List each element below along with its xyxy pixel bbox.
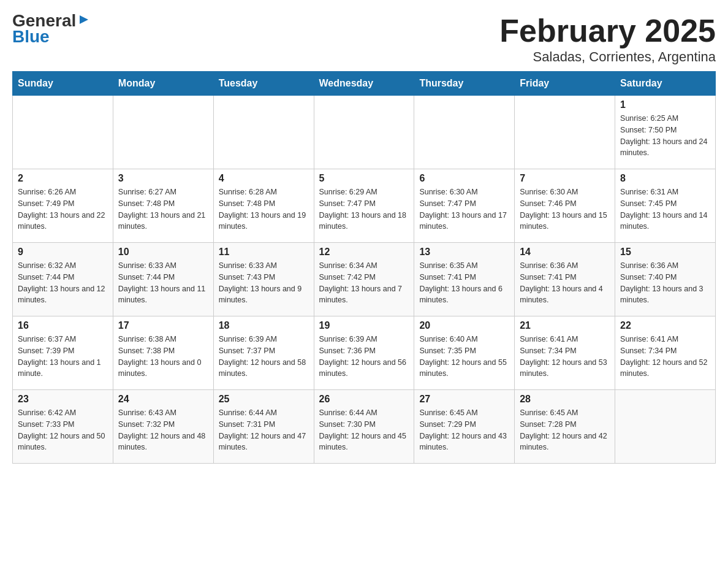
day-number: 10 xyxy=(118,247,208,258)
day-info: Sunrise: 6:42 AMSunset: 7:33 PMDaylight:… xyxy=(18,407,108,453)
logo-arrow-icon xyxy=(77,13,91,26)
day-number: 25 xyxy=(219,394,309,405)
calendar-cell: 9Sunrise: 6:32 AMSunset: 7:44 PMDaylight… xyxy=(13,243,113,316)
day-number: 11 xyxy=(219,247,309,258)
day-info: Sunrise: 6:44 AMSunset: 7:30 PMDaylight:… xyxy=(319,407,409,453)
calendar-cell: 13Sunrise: 6:35 AMSunset: 7:41 PMDayligh… xyxy=(414,243,515,316)
calendar-week-4: 16Sunrise: 6:37 AMSunset: 7:39 PMDayligh… xyxy=(13,316,716,390)
calendar-cell: 10Sunrise: 6:33 AMSunset: 7:44 PMDayligh… xyxy=(113,243,213,316)
day-info: Sunrise: 6:30 AMSunset: 7:47 PMDaylight:… xyxy=(419,186,509,232)
calendar-cell: 18Sunrise: 6:39 AMSunset: 7:37 PMDayligh… xyxy=(213,316,314,390)
days-header-row: Sunday Monday Tuesday Wednesday Thursday… xyxy=(13,72,716,96)
calendar-cell: 2Sunrise: 6:26 AMSunset: 7:49 PMDaylight… xyxy=(13,169,113,243)
day-info: Sunrise: 6:32 AMSunset: 7:44 PMDaylight:… xyxy=(18,260,108,306)
calendar-cell: 12Sunrise: 6:34 AMSunset: 7:42 PMDayligh… xyxy=(314,243,414,316)
day-number: 16 xyxy=(18,320,108,331)
svg-marker-0 xyxy=(80,15,88,24)
calendar-cell: 28Sunrise: 6:45 AMSunset: 7:28 PMDayligh… xyxy=(515,390,615,464)
day-number: 6 xyxy=(419,173,509,184)
day-number: 8 xyxy=(620,173,710,184)
day-number: 23 xyxy=(18,394,108,405)
header-sunday: Sunday xyxy=(13,72,113,96)
calendar-week-3: 9Sunrise: 6:32 AMSunset: 7:44 PMDaylight… xyxy=(13,243,716,316)
calendar-cell: 7Sunrise: 6:30 AMSunset: 7:46 PMDaylight… xyxy=(515,169,615,243)
day-number: 19 xyxy=(319,320,409,331)
calendar-cell xyxy=(213,96,314,169)
day-info: Sunrise: 6:43 AMSunset: 7:32 PMDaylight:… xyxy=(118,407,208,453)
header-saturday: Saturday xyxy=(615,72,716,96)
day-number: 1 xyxy=(620,99,710,110)
day-info: Sunrise: 6:41 AMSunset: 7:34 PMDaylight:… xyxy=(620,334,710,380)
day-number: 12 xyxy=(319,247,409,258)
calendar-cell: 26Sunrise: 6:44 AMSunset: 7:30 PMDayligh… xyxy=(314,390,414,464)
day-info: Sunrise: 6:45 AMSunset: 7:28 PMDaylight:… xyxy=(520,407,610,453)
calendar-subtitle: Saladas, Corrientes, Argentina xyxy=(499,49,716,65)
day-number: 22 xyxy=(620,320,710,331)
logo: General Blue xyxy=(12,12,91,47)
calendar-cell: 5Sunrise: 6:29 AMSunset: 7:47 PMDaylight… xyxy=(314,169,414,243)
calendar-cell xyxy=(615,390,716,464)
day-info: Sunrise: 6:41 AMSunset: 7:34 PMDaylight:… xyxy=(520,334,610,380)
day-number: 2 xyxy=(18,173,108,184)
calendar-week-1: 1Sunrise: 6:25 AMSunset: 7:50 PMDaylight… xyxy=(13,96,716,169)
calendar-cell: 3Sunrise: 6:27 AMSunset: 7:48 PMDaylight… xyxy=(113,169,213,243)
day-number: 20 xyxy=(419,320,509,331)
day-info: Sunrise: 6:29 AMSunset: 7:47 PMDaylight:… xyxy=(319,186,409,232)
calendar-cell: 4Sunrise: 6:28 AMSunset: 7:48 PMDaylight… xyxy=(213,169,314,243)
day-info: Sunrise: 6:44 AMSunset: 7:31 PMDaylight:… xyxy=(219,407,309,453)
calendar-week-2: 2Sunrise: 6:26 AMSunset: 7:49 PMDaylight… xyxy=(13,169,716,243)
header-tuesday: Tuesday xyxy=(213,72,314,96)
day-number: 4 xyxy=(219,173,309,184)
day-number: 13 xyxy=(419,247,509,258)
day-info: Sunrise: 6:40 AMSunset: 7:35 PMDaylight:… xyxy=(419,334,509,380)
day-info: Sunrise: 6:26 AMSunset: 7:49 PMDaylight:… xyxy=(18,186,108,232)
day-number: 18 xyxy=(219,320,309,331)
day-info: Sunrise: 6:25 AMSunset: 7:50 PMDaylight:… xyxy=(620,113,710,159)
calendar-cell xyxy=(113,96,213,169)
page-header: General Blue February 2025 Saladas, Corr… xyxy=(12,12,716,65)
day-info: Sunrise: 6:36 AMSunset: 7:40 PMDaylight:… xyxy=(620,260,710,306)
calendar-week-5: 23Sunrise: 6:42 AMSunset: 7:33 PMDayligh… xyxy=(13,390,716,464)
logo-blue-text: Blue xyxy=(12,27,50,47)
day-number: 26 xyxy=(319,394,409,405)
day-info: Sunrise: 6:33 AMSunset: 7:43 PMDaylight:… xyxy=(219,260,309,306)
calendar-cell xyxy=(314,96,414,169)
calendar-cell: 15Sunrise: 6:36 AMSunset: 7:40 PMDayligh… xyxy=(615,243,716,316)
calendar-cell xyxy=(414,96,515,169)
calendar-cell: 21Sunrise: 6:41 AMSunset: 7:34 PMDayligh… xyxy=(515,316,615,390)
calendar-cell: 27Sunrise: 6:45 AMSunset: 7:29 PMDayligh… xyxy=(414,390,515,464)
day-info: Sunrise: 6:38 AMSunset: 7:38 PMDaylight:… xyxy=(118,334,208,380)
day-info: Sunrise: 6:35 AMSunset: 7:41 PMDaylight:… xyxy=(419,260,509,306)
day-info: Sunrise: 6:28 AMSunset: 7:48 PMDaylight:… xyxy=(219,186,309,232)
calendar-cell: 19Sunrise: 6:39 AMSunset: 7:36 PMDayligh… xyxy=(314,316,414,390)
calendar-body: 1Sunrise: 6:25 AMSunset: 7:50 PMDaylight… xyxy=(13,96,716,464)
day-number: 7 xyxy=(520,173,610,184)
calendar-cell: 14Sunrise: 6:36 AMSunset: 7:41 PMDayligh… xyxy=(515,243,615,316)
calendar-cell: 17Sunrise: 6:38 AMSunset: 7:38 PMDayligh… xyxy=(113,316,213,390)
day-info: Sunrise: 6:30 AMSunset: 7:46 PMDaylight:… xyxy=(520,186,610,232)
day-number: 17 xyxy=(118,320,208,331)
calendar-title: February 2025 xyxy=(499,12,716,49)
day-info: Sunrise: 6:39 AMSunset: 7:36 PMDaylight:… xyxy=(319,334,409,380)
day-number: 5 xyxy=(319,173,409,184)
day-info: Sunrise: 6:36 AMSunset: 7:41 PMDaylight:… xyxy=(520,260,610,306)
calendar-cell: 6Sunrise: 6:30 AMSunset: 7:47 PMDaylight… xyxy=(414,169,515,243)
calendar-cell: 25Sunrise: 6:44 AMSunset: 7:31 PMDayligh… xyxy=(213,390,314,464)
title-block: February 2025 Saladas, Corrientes, Argen… xyxy=(499,12,716,65)
header-friday: Friday xyxy=(515,72,615,96)
calendar-cell: 23Sunrise: 6:42 AMSunset: 7:33 PMDayligh… xyxy=(13,390,113,464)
calendar-cell: 22Sunrise: 6:41 AMSunset: 7:34 PMDayligh… xyxy=(615,316,716,390)
calendar-cell: 1Sunrise: 6:25 AMSunset: 7:50 PMDaylight… xyxy=(615,96,716,169)
calendar-cell xyxy=(13,96,113,169)
calendar-cell xyxy=(515,96,615,169)
calendar-header: Sunday Monday Tuesday Wednesday Thursday… xyxy=(13,72,716,96)
day-number: 3 xyxy=(118,173,208,184)
header-thursday: Thursday xyxy=(414,72,515,96)
day-info: Sunrise: 6:34 AMSunset: 7:42 PMDaylight:… xyxy=(319,260,409,306)
calendar-cell: 20Sunrise: 6:40 AMSunset: 7:35 PMDayligh… xyxy=(414,316,515,390)
day-number: 21 xyxy=(520,320,610,331)
calendar-table: Sunday Monday Tuesday Wednesday Thursday… xyxy=(12,71,716,464)
day-number: 27 xyxy=(419,394,509,405)
calendar-cell: 16Sunrise: 6:37 AMSunset: 7:39 PMDayligh… xyxy=(13,316,113,390)
calendar-cell: 8Sunrise: 6:31 AMSunset: 7:45 PMDaylight… xyxy=(615,169,716,243)
